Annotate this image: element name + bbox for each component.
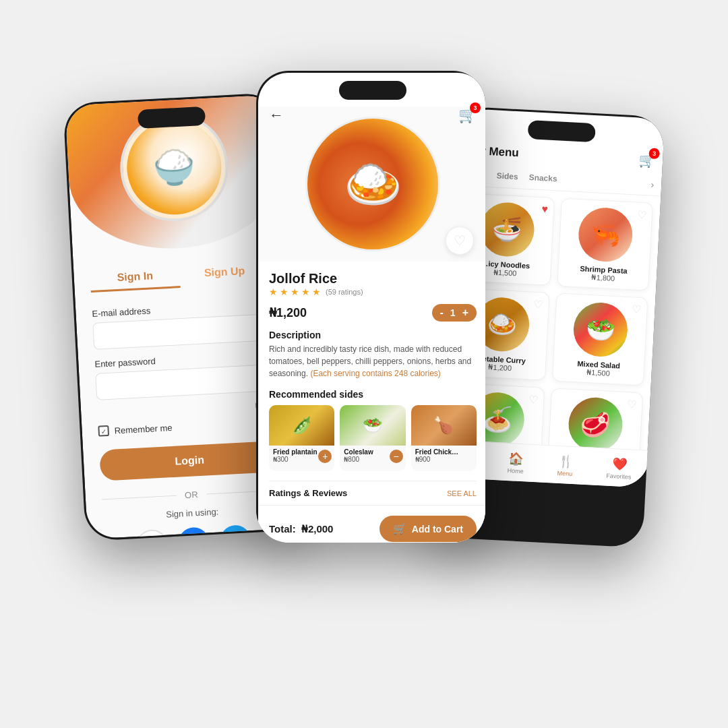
facebook-signin-button[interactable]: f — [177, 526, 210, 539]
side-coleslaw-img: 🥗 — [340, 405, 405, 446]
detail-body: Jollof Rice ★ ★ ★ ★ ★ (59 ratings) ₦1,20… — [258, 262, 485, 543]
side-chicken-name: Fried Chick… — [415, 448, 473, 456]
quantity-control: - 1 + — [432, 304, 477, 322]
description-text: Rich and incredibly tasty rice dish, mad… — [269, 343, 477, 380]
auth-tabs: Sign In Sign Up — [90, 264, 270, 293]
menu-icon: 🍴 — [557, 453, 573, 468]
tab-snacks[interactable]: Snacks — [528, 173, 557, 190]
notch-center — [339, 81, 406, 100]
star-3: ★ — [291, 286, 299, 297]
side-plantain-img: 🫛 — [269, 405, 334, 446]
beef-salad-heart-button[interactable]: ♡ — [627, 398, 637, 411]
food-circle: 🍚 — [117, 111, 231, 224]
nav-menu-label: Menu — [557, 469, 573, 477]
password-input[interactable] — [95, 364, 276, 400]
google-icon: G — [146, 537, 158, 539]
notch-left — [138, 107, 206, 129]
ratings-label: Ratings & Reviews — [269, 488, 347, 498]
star-1: ★ — [269, 286, 278, 297]
detail-header: ← 🛒 3 — [258, 107, 485, 124]
remove-coleslaw-button[interactable]: − — [390, 450, 403, 463]
price-qty-row: ₦1,200 - 1 + — [269, 304, 477, 322]
item-price: ₦1,200 — [269, 305, 307, 320]
nav-menu[interactable]: 🍴 Menu — [557, 453, 574, 477]
total-display: Total: ₦2,000 — [269, 523, 333, 535]
detail-footer: Total: ₦2,000 🛒 Add to Cart — [258, 505, 485, 543]
heart-icon: ♡ — [454, 233, 466, 249]
food-image-area: 🍛 ♡ — [258, 107, 485, 262]
side-coleslaw-info: Coleslaw ₦800 − — [340, 446, 405, 466]
sign-in-using-text: Sign in using: — [102, 504, 282, 523]
description-title: Description — [269, 330, 477, 340]
side-chicken-info: Fried Chick… ₦900 — [411, 446, 477, 466]
increase-qty-button[interactable]: + — [462, 307, 468, 319]
remember-row: Remember me — [98, 417, 277, 437]
shrimp-image: 🦐 — [577, 206, 634, 263]
twitter-signin-button[interactable]: 𝕏 — [219, 524, 251, 539]
side-chicken-price: ₦900 — [415, 456, 473, 463]
food-image-circle: 🍛 — [305, 117, 440, 251]
login-button[interactable]: Login — [99, 441, 280, 481]
remember-checkbox[interactable] — [98, 425, 109, 437]
side-plantain-info: Fried plantain ₦300 + — [269, 446, 334, 466]
facebook-icon: f — [191, 534, 197, 539]
item-name: Jollof Rice — [269, 271, 477, 286]
noodles-image: 🍜 — [479, 201, 535, 257]
notch-right — [528, 120, 596, 142]
star-4: ★ — [301, 286, 310, 297]
detail-phone: ← 🛒 3 🍛 ♡ Jollof Rice — [256, 71, 485, 543]
forgot-link[interactable]: Forgot — [97, 400, 276, 418]
decrease-qty-button[interactable]: - — [440, 307, 444, 319]
rating-count: (59 ratings) — [326, 288, 363, 296]
or-divider: OR — [102, 485, 281, 505]
menu-item-mixed-salad[interactable]: 🥗 ♡ Mixed Salad ₦1,500 — [552, 293, 648, 386]
back-button[interactable]: ← — [269, 107, 284, 124]
cart-button[interactable]: 🛒 3 — [458, 107, 477, 124]
see-all-link[interactable]: SEE ALL — [447, 489, 477, 497]
beef-salad-image: 🥩 — [567, 396, 624, 453]
home-icon: 🏠 — [508, 451, 524, 466]
favorite-button[interactable]: ♡ — [446, 226, 474, 255]
nav-home[interactable]: 🏠 Home — [507, 451, 524, 475]
mixed-salad-image: 🥗 — [572, 301, 629, 358]
mixed-salad-heart-button[interactable]: ♡ — [632, 303, 642, 316]
social-icons-row: G f 𝕏 — [104, 523, 284, 539]
or-text: OR — [185, 489, 198, 500]
tabs-arrow[interactable]: › — [650, 179, 655, 195]
email-input[interactable] — [92, 313, 273, 350]
ratings-row: Ratings & Reviews SEE ALL — [269, 481, 477, 498]
curry-heart-button[interactable]: ♡ — [533, 298, 543, 311]
menu-cart-badge: 3 — [648, 148, 660, 159]
star-2: ★ — [280, 286, 289, 297]
add-to-cart-label: Add to Cart — [412, 524, 463, 535]
menu-item-shrimp[interactable]: 🦐 ♡ Shrimp Pasta ₦1,800 — [557, 198, 653, 291]
cart-icon-btn: 🛒 — [393, 522, 406, 535]
tab-sides[interactable]: Sides — [496, 171, 518, 189]
twitter-icon: 𝕏 — [230, 533, 241, 539]
favorites-icon: ❤️ — [611, 456, 627, 472]
side-chicken-img: 🍗 — [411, 405, 477, 446]
nav-favorites-label: Favorites — [606, 472, 631, 480]
add-to-cart-button[interactable]: 🛒 Add to Cart — [380, 516, 477, 542]
google-signin-button[interactable]: G — [135, 529, 168, 539]
stars-row: ★ ★ ★ ★ ★ (59 ratings) — [269, 286, 477, 297]
cart-count-badge: 3 — [470, 102, 481, 113]
noodles-heart-button[interactable]: ♥ — [541, 203, 548, 215]
nav-favorites[interactable]: ❤️ Favorites — [606, 456, 632, 480]
side-plantain[interactable]: 🫛 Fried plantain ₦300 + — [269, 405, 334, 471]
side-coleslaw[interactable]: 🥗 Coleslaw ₦800 − — [340, 405, 405, 471]
quantity-value: 1 — [450, 307, 456, 318]
menu-cart-button[interactable]: 🛒 3 — [638, 152, 656, 169]
shrimp-heart-button[interactable]: ♡ — [636, 208, 646, 222]
tab-sign-in[interactable]: Sign In — [90, 268, 180, 293]
recommended-title: Recommended sides — [269, 389, 477, 400]
nav-home-label: Home — [507, 467, 524, 475]
remember-label: Remember me — [114, 422, 173, 435]
star-half: ★ — [312, 286, 321, 297]
divider-line-left — [102, 495, 177, 500]
side-chicken[interactable]: 🍗 Fried Chick… ₦900 — [411, 405, 477, 471]
scene: 🍚 Sign In Sign Up E-mail address Enter p… — [61, 44, 667, 684]
calories-text: (Each serving contains 248 calories) — [310, 369, 440, 378]
pasta-salad-heart-button[interactable]: ♡ — [528, 393, 539, 406]
sides-row: 🫛 Fried plantain ₦300 + 🥗 — [269, 405, 477, 471]
